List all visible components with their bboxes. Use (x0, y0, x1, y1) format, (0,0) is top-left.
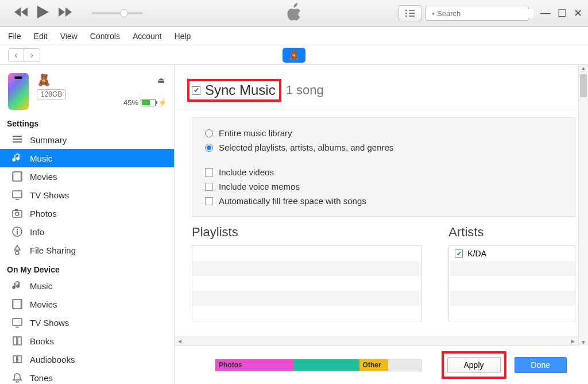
svg-rect-2 (13, 136, 22, 137)
svg-rect-20 (13, 318, 22, 325)
svg-point-22 (16, 358, 18, 360)
view-mode-button[interactable] (399, 5, 421, 21)
sidebar-item-label: Movies (30, 299, 57, 309)
svg-rect-8 (13, 191, 22, 198)
artist-row[interactable]: K/DA (449, 246, 575, 261)
tv-icon (11, 189, 23, 201)
apple-logo-icon (286, 3, 302, 24)
film-icon (11, 171, 23, 182)
device-item-movies[interactable]: Movies (0, 295, 174, 313)
sidebar-item-tv-shows[interactable]: TV Shows (0, 186, 174, 204)
battery-icon (141, 99, 156, 106)
rewind-button[interactable] (14, 7, 28, 19)
settings-header: Settings (0, 113, 174, 130)
artist-name: K/DA (467, 249, 486, 258)
chk-autofill[interactable] (205, 197, 213, 205)
app-menubar: File Edit View Controls Account Help (0, 27, 588, 45)
sidebar-item-photos[interactable]: Photos (0, 204, 174, 222)
playlists-list[interactable] (192, 245, 422, 321)
highlight-sync-music: Sync Music (187, 79, 281, 102)
sidebar-item-label: Info (30, 227, 44, 237)
radio-entire-library[interactable] (205, 129, 213, 137)
radio-selected-playlists[interactable] (205, 144, 213, 152)
svg-point-11 (16, 212, 19, 216)
device-item-books[interactable]: Books (0, 332, 174, 350)
device-item-tones[interactable]: Tones (0, 368, 174, 384)
device-name-icon: 🧸 (37, 73, 66, 87)
camera-icon (11, 208, 23, 219)
list-icon (11, 134, 23, 145)
artists-header: Artists (448, 225, 575, 240)
search-input[interactable]: ▾ (425, 6, 529, 21)
svg-rect-10 (13, 210, 22, 217)
chk-include-voice[interactable] (205, 183, 213, 191)
playlists-header: Playlists (192, 225, 422, 240)
svg-point-16 (16, 251, 19, 255)
svg-rect-6 (13, 172, 14, 181)
menu-account[interactable]: Account (133, 32, 162, 41)
menu-controls[interactable]: Controls (90, 32, 120, 41)
audiobook-icon (11, 354, 23, 365)
artists-list[interactable]: K/DA (448, 245, 575, 321)
sync-music-checkbox[interactable] (192, 86, 200, 95)
sidebar-item-label: Movies (30, 172, 57, 182)
maximize-button[interactable]: ☐ (558, 7, 567, 20)
chk-include-videos[interactable] (205, 168, 213, 176)
svg-rect-15 (17, 229, 18, 230)
sidebar-item-file-sharing[interactable]: File Sharing (0, 241, 174, 259)
svg-rect-18 (13, 299, 14, 309)
device-item-music[interactable]: Music (0, 277, 174, 295)
label-selected-playlists: Selected playlists, artists, albums, and… (219, 143, 393, 152)
sidebar-item-label: File Sharing (30, 245, 76, 255)
playback-toolbar: ▾ — ☐ ✕ (0, 0, 588, 27)
forward-button[interactable] (58, 7, 72, 19)
forward-button-nav[interactable]: › (24, 48, 40, 62)
svg-rect-4 (13, 141, 22, 143)
info-icon (11, 226, 23, 237)
device-item-tv-shows[interactable]: TV Shows (0, 313, 174, 332)
sidebar-item-label: Photos (30, 209, 57, 218)
sidebar-item-info[interactable]: Info (0, 222, 174, 241)
sidebar-item-music[interactable]: Music (0, 149, 174, 167)
sidebar-item-label: Summary (30, 135, 67, 145)
svg-rect-19 (20, 299, 22, 309)
volume-slider[interactable] (91, 12, 143, 14)
sidebar: 🧸 128GB ⏏ 45% ⚡ Settings SummaryMusicMov… (0, 65, 175, 384)
artist-checkbox[interactable] (455, 249, 463, 258)
label-entire-library: Entire music library (219, 128, 292, 138)
label-include-voice: Include voice memos (219, 182, 300, 191)
back-button[interactable]: ‹ (8, 48, 24, 62)
menu-file[interactable]: File (8, 32, 21, 41)
charging-icon: ⚡ (158, 98, 167, 107)
menu-edit[interactable]: Edit (34, 32, 48, 41)
usage-segment (293, 359, 359, 371)
music-icon (11, 280, 23, 291)
done-button[interactable]: Done (514, 357, 567, 373)
sync-options-panel: Entire music library Selected playlists,… (192, 117, 575, 217)
menu-view[interactable]: View (60, 32, 78, 41)
sidebar-item-movies[interactable]: Movies (0, 167, 174, 186)
song-count: 1 song (286, 83, 324, 98)
share-icon (11, 244, 23, 256)
svg-rect-12 (15, 209, 18, 211)
sidebar-item-summary[interactable]: Summary (0, 130, 174, 149)
on-my-device-header: On My Device (0, 259, 174, 277)
sidebar-item-label: TV Shows (30, 190, 69, 200)
horizontal-scrollbar[interactable]: ◄► (175, 336, 578, 345)
highlight-apply: Apply (442, 351, 506, 379)
label-include-videos: Include videos (219, 167, 274, 177)
minimize-button[interactable]: — (540, 7, 551, 20)
sidebar-item-label: Audiobooks (30, 355, 75, 364)
music-icon (11, 152, 23, 164)
menu-help[interactable]: Help (175, 32, 191, 41)
battery-percent: 45% (123, 98, 138, 107)
play-button[interactable] (37, 6, 49, 21)
usage-segment: Photos (215, 359, 293, 371)
apply-button[interactable]: Apply (447, 357, 501, 373)
device-item-audiobooks[interactable]: Audiobooks (0, 350, 174, 368)
close-button[interactable]: ✕ (574, 7, 582, 20)
device-selector[interactable]: 🧸 (283, 48, 305, 63)
vertical-scrollbar[interactable]: ▲▼ (578, 65, 588, 345)
eject-button[interactable]: ⏏ (157, 75, 165, 85)
sidebar-item-label: Music (30, 281, 52, 291)
